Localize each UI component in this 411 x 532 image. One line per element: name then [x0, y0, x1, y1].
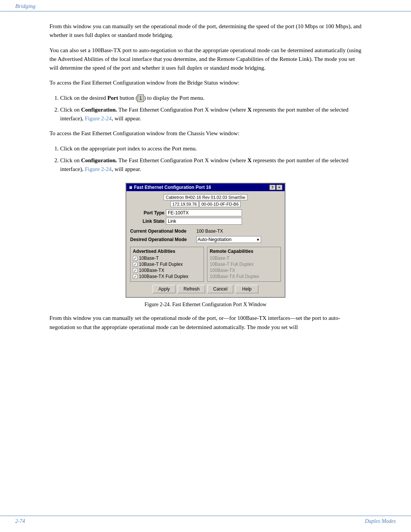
step-2: Click on Configuration. The Fast Etherne…: [60, 105, 362, 123]
checkbox-10baset-fd[interactable]: ✓: [133, 262, 137, 267]
remote-100basetx-fd-label: 100Base-TX Full Duplex: [210, 274, 259, 279]
remote-10baset-fd-label: 10Base-T Full Duplex: [210, 262, 253, 267]
checkbox-10baset[interactable]: ✓: [133, 256, 137, 260]
footer-section-title: Duplex Modes: [365, 518, 396, 524]
port-button-inline: 1: [137, 94, 144, 102]
step-1: Click on the desired Port button (1) to …: [60, 94, 362, 102]
advertised-title: Advertised Abilities: [133, 249, 201, 254]
dialog-title: Fast Ethernet Configuration Port 16: [134, 185, 211, 190]
step-chassis-1: Click on the appropriate port index to a…: [60, 144, 362, 153]
dialog-titlebar-buttons: ? ×: [269, 185, 282, 190]
remote-100basetx-fd: 100Base-TX Full Duplex: [210, 274, 278, 279]
dialog-window: 🖥 Fast Ethernet Configuration Port 16 ? …: [126, 183, 285, 298]
ability-10baset-label: 10Base-T: [139, 256, 159, 261]
dialog-icon: 🖥: [129, 185, 132, 190]
step-chassis-2: Click on Configuration. The Fast Etherne…: [60, 156, 362, 174]
figure-link-2: Figure 2-24: [85, 166, 112, 172]
figure-container: 🖥 Fast Ethernet Configuration Port 16 ? …: [49, 183, 362, 308]
remote-10baset-label: 10Base-T: [210, 256, 229, 261]
link-state-label: Link State: [130, 219, 164, 224]
desired-op-label: Desired Operational Mode: [130, 237, 195, 242]
remote-title: Remote Capabilities: [210, 249, 278, 254]
remote-capabilities-box: Remote Capabilities 10Base-T 10Base-T Fu…: [207, 247, 281, 282]
refresh-button[interactable]: Refresh: [178, 285, 205, 293]
port-type-label: Port Type: [130, 210, 164, 216]
info-ip: 172.19.59.76: [170, 201, 199, 207]
dialog-body: Cabletron 8H02-16 Rev 01.02.03 SmartSw 1…: [126, 191, 285, 297]
abilities-row: Advertised Abilities ✓ 10Base-T ✓ 10Base…: [130, 247, 281, 282]
ability-10baset-fd: ✓ 10Base-T Full Duplex: [133, 262, 201, 267]
info-line1: Cabletron 8H02-16 Rev 01.02.03 SmartSw: [164, 194, 247, 200]
dialog-titlebar-left: 🖥 Fast Ethernet Configuration Port 16: [129, 185, 211, 190]
cancel-button[interactable]: Cancel: [207, 285, 233, 293]
paragraph-3-intro-text: To access the Fast Ethernet Configuratio…: [49, 80, 239, 86]
config-bold-1: Configuration.: [81, 107, 117, 113]
x-bold-2: X: [247, 157, 252, 163]
desired-op-select[interactable]: Auto-Negotiation ▼: [196, 236, 261, 243]
remote-10baset-fd: 10Base-T Full Duplex: [210, 262, 278, 267]
ability-100basetx-fd: ✓ 100Base-TX Full Duplex: [133, 274, 201, 279]
steps-chassis-view: Click on the appropriate port index to a…: [60, 144, 362, 174]
step-chassis-1-text: Click on the appropriate port index to a…: [60, 145, 197, 152]
dialog-buttons: Apply Refresh Cancel Help: [130, 285, 281, 293]
close-titlebar-btn[interactable]: ×: [276, 185, 282, 190]
info-row-2: 172.19.59.76 00-00-1D-0F-FD-B6: [130, 201, 281, 207]
checkbox-100basetx[interactable]: ✓: [133, 268, 137, 273]
steps-bridge-status: Click on the desired Port button (1) to …: [60, 94, 362, 123]
remote-100basetx: 100Base-TX: [210, 268, 278, 273]
remote-100basetx-label: 100Base-TX: [210, 268, 235, 273]
advertised-abilities-box: Advertised Abilities ✓ 10Base-T ✓ 10Base…: [130, 247, 204, 282]
apply-button[interactable]: Apply: [153, 285, 175, 293]
paragraph-2-text: You can also set a 100Base-TX port to au…: [49, 47, 362, 71]
port-type-row: Port Type FE-100TX: [130, 209, 281, 216]
info-mac: 00-00-1D-0F-FD-B6: [199, 201, 241, 207]
config-bold-2: Configuration.: [81, 157, 117, 163]
figure-link-1: Figure 2-24: [85, 115, 112, 121]
checkbox-100basetx-fd[interactable]: ✓: [133, 274, 137, 279]
help-titlebar-btn[interactable]: ?: [269, 185, 276, 190]
desired-op-row: Desired Operational Mode Auto-Negotiatio…: [130, 236, 281, 243]
info-row-1: Cabletron 8H02-16 Rev 01.02.03 SmartSw: [130, 194, 281, 200]
figure-caption: Figure 2-24. Fast Ethernet Configuration…: [145, 302, 266, 308]
x-bold-1: X: [247, 107, 252, 113]
paragraph-5: From this window you can manually set th…: [49, 314, 362, 332]
ability-10baset-fd-label: 10Base-T Full Duplex: [139, 262, 183, 267]
current-op-value: 100 Base-TX: [196, 228, 223, 234]
ability-100basetx-fd-label: 100Base-TX Full Duplex: [139, 274, 188, 279]
port-type-value: FE-100TX: [166, 209, 242, 216]
footer-page-number: 2-74: [15, 518, 25, 524]
paragraph-1-text: From this window you can manually set th…: [49, 23, 362, 38]
ability-100basetx: ✓ 100Base-TX: [133, 268, 201, 273]
current-op-label: Current Operational Mode: [130, 228, 195, 234]
paragraph-2: You can also set a 100Base-TX port to au…: [49, 46, 362, 73]
link-state-value: Link: [166, 218, 242, 225]
current-op-row: Current Operational Mode 100 Base-TX: [130, 228, 281, 234]
header-bar: Bridging: [0, 0, 411, 11]
desired-op-value: Auto-Negotiation: [198, 237, 231, 242]
paragraph-3-intro: To access the Fast Ethernet Configuratio…: [49, 78, 362, 87]
header-title: Bridging: [15, 3, 35, 10]
port-bold: Port: [107, 95, 118, 101]
paragraph-5-text: From this window you can manually set th…: [49, 315, 340, 330]
link-state-row: Link State Link: [130, 218, 281, 225]
help-button[interactable]: Help: [236, 285, 258, 293]
dialog-titlebar: 🖥 Fast Ethernet Configuration Port 16 ? …: [126, 184, 285, 191]
dropdown-arrow-icon: ▼: [256, 238, 260, 242]
ability-100basetx-label: 100Base-TX: [139, 268, 164, 273]
paragraph-4-intro: To access the Fast Ethernet Configuratio…: [49, 129, 362, 138]
paragraph-4-intro-text: To access the Fast Ethernet Configuratio…: [49, 130, 239, 136]
paragraph-1: From this window you can manually set th…: [49, 22, 362, 40]
remote-10baset: 10Base-T: [210, 256, 278, 261]
main-content: From this window you can manually set th…: [0, 11, 411, 345]
footer-bar: 2-74 Duplex Modes: [0, 516, 411, 524]
ability-10baset: ✓ 10Base-T: [133, 256, 201, 261]
page-container: Bridging From this window you can manual…: [0, 0, 411, 532]
